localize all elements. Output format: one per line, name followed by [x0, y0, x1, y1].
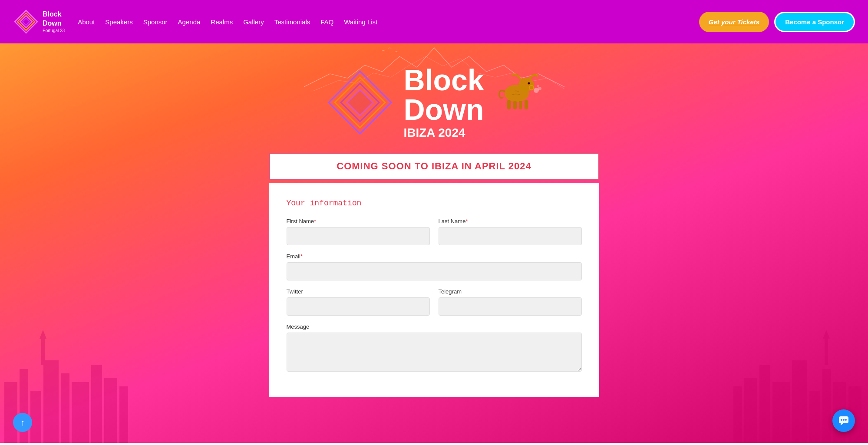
- navbar: Block Down Portugal 23 About Speakers Sp…: [0, 0, 868, 43]
- nav-gallery[interactable]: Gallery: [243, 18, 264, 26]
- svg-rect-21: [30, 391, 41, 443]
- nav-agenda[interactable]: Agenda: [178, 18, 201, 26]
- email-input[interactable]: [287, 262, 582, 280]
- message-row: Message: [287, 323, 582, 372]
- last-name-group: Last Name*: [439, 218, 582, 245]
- chat-icon: [838, 415, 849, 426]
- get-tickets-button[interactable]: Get your Tickets: [699, 12, 769, 32]
- hero-diamond-icon: [325, 68, 395, 137]
- svg-rect-13: [513, 101, 517, 109]
- svg-rect-34: [792, 360, 807, 443]
- last-name-input[interactable]: [439, 227, 582, 245]
- first-name-group: First Name*: [287, 218, 430, 245]
- nav-speakers[interactable]: Speakers: [105, 18, 132, 26]
- nav-sponsor[interactable]: Sponsor: [143, 18, 168, 26]
- form-section-title: Your information: [287, 199, 582, 208]
- svg-marker-40: [823, 330, 830, 339]
- svg-rect-32: [759, 365, 770, 443]
- hero-title-text: Block Down IBIZA 2024: [403, 65, 484, 140]
- twitter-label: Twitter: [287, 288, 430, 295]
- svg-rect-27: [119, 386, 128, 443]
- email-group: Email*: [287, 253, 582, 280]
- message-label: Message: [287, 323, 582, 330]
- svg-rect-19: [4, 382, 17, 443]
- nav-buttons: Get your Tickets Become a Sponsor: [699, 12, 855, 32]
- hero-section: Block Down IBIZA 2024: [0, 43, 868, 443]
- hero-title-line1: Block: [403, 65, 484, 95]
- svg-point-43: [841, 419, 842, 421]
- svg-rect-31: [744, 378, 757, 443]
- svg-point-44: [843, 419, 845, 421]
- logo-title2: Down: [43, 19, 65, 28]
- bull-icon: [491, 61, 543, 113]
- coming-soon-banner: COMING SOON TO IBIZA IN APRIL 2024: [269, 153, 599, 180]
- message-group: Message: [287, 323, 582, 372]
- first-name-label: First Name*: [287, 218, 430, 224]
- svg-rect-23: [61, 373, 69, 443]
- hero-subtitle: IBIZA 2024: [403, 126, 484, 140]
- telegram-input[interactable]: [439, 297, 582, 316]
- svg-point-17: [538, 87, 541, 90]
- chat-button[interactable]: [832, 409, 855, 432]
- email-label: Email*: [287, 253, 582, 260]
- svg-rect-33: [772, 382, 790, 443]
- first-name-input[interactable]: [287, 227, 430, 245]
- svg-point-10: [528, 82, 530, 85]
- email-row: Email*: [287, 253, 582, 280]
- svg-rect-24: [72, 382, 89, 443]
- logo[interactable]: Block Down Portugal 23: [13, 9, 65, 35]
- telegram-group: Telegram: [439, 288, 582, 316]
- svg-rect-28: [41, 339, 45, 365]
- social-row: Twitter Telegram: [287, 288, 582, 316]
- svg-rect-30: [733, 386, 742, 443]
- telegram-label: Telegram: [439, 288, 582, 295]
- last-name-label: Last Name*: [439, 218, 582, 224]
- svg-rect-26: [104, 378, 117, 443]
- scroll-top-button[interactable]: ↑: [13, 413, 32, 432]
- svg-marker-3: [23, 18, 30, 25]
- nav-about[interactable]: About: [78, 18, 95, 26]
- form-card: Your information First Name* Last Name*: [269, 183, 599, 397]
- nav-links: About Speakers Sponsor Agenda Realms Gal…: [78, 18, 699, 26]
- nav-testimonials[interactable]: Testimonials: [274, 18, 310, 26]
- twitter-input[interactable]: [287, 297, 430, 316]
- name-row: First Name* Last Name*: [287, 218, 582, 245]
- svg-marker-29: [40, 330, 46, 339]
- svg-rect-22: [43, 360, 59, 443]
- message-textarea[interactable]: [287, 333, 582, 372]
- nav-faq[interactable]: FAQ: [320, 18, 333, 26]
- svg-point-18: [537, 85, 539, 87]
- hero-title-line2: Down: [403, 95, 484, 124]
- svg-marker-42: [841, 423, 843, 425]
- logo-title: Block: [43, 10, 65, 19]
- svg-rect-39: [825, 339, 828, 365]
- coming-soon-text: COMING SOON TO IBIZA IN APRIL 2024: [337, 161, 531, 171]
- svg-point-45: [845, 419, 847, 421]
- nav-realms[interactable]: Realms: [211, 18, 233, 26]
- become-sponsor-button[interactable]: Become a Sponsor: [774, 12, 855, 32]
- svg-rect-14: [519, 101, 522, 109]
- svg-rect-15: [525, 100, 528, 109]
- twitter-group: Twitter: [287, 288, 430, 316]
- form-section: COMING SOON TO IBIZA IN APRIL 2024 Your …: [269, 153, 599, 397]
- hero-text-bull: Block Down IBIZA 2024: [403, 65, 542, 140]
- nav-waiting-list[interactable]: Waiting List: [344, 18, 377, 26]
- logo-tagline: Portugal 23: [43, 28, 65, 33]
- svg-rect-25: [91, 365, 102, 443]
- svg-rect-35: [809, 391, 820, 443]
- hero-logo: Block Down IBIZA 2024: [325, 65, 542, 140]
- logo-diamond-icon: [13, 9, 39, 35]
- svg-rect-36: [822, 369, 831, 443]
- svg-rect-12: [507, 100, 511, 109]
